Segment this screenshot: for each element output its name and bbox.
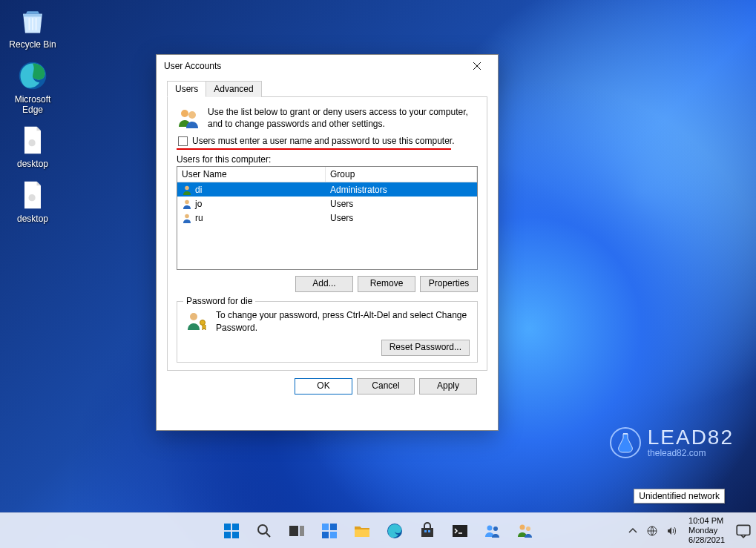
search-button[interactable] [249,516,279,546]
edge-taskbar-button[interactable] [380,516,410,546]
add-button[interactable]: Add... [295,276,353,292]
store-button[interactable] [412,516,442,546]
tray-volume[interactable] [665,524,678,538]
flask-icon [609,426,642,459]
edge-icon [15,58,50,93]
svg-rect-11 [224,532,231,538]
file-icon [15,177,50,213]
edge-icon [386,522,404,540]
checkbox-label: Users must enter a user name and passwor… [192,136,455,146]
terminal-button[interactable] [445,516,475,546]
list-row[interactable]: ru Users [177,211,477,225]
cell-group: Administrators [330,185,387,195]
svg-rect-21 [424,530,427,532]
svg-rect-18 [322,532,329,538]
users-taskbar-button-2[interactable] [510,516,540,546]
dialog-titlebar[interactable]: User Accounts [157,55,498,77]
clock-date: 6/28/2021 [688,535,725,545]
desktop-icon-label: desktop [4,159,61,170]
cell-username: ru [195,213,203,223]
svg-rect-15 [300,526,304,536]
clock-time: 10:04 PM [688,516,725,526]
password-groupbox: Password for die To change your password… [177,301,478,362]
notification-icon [735,523,752,539]
desktop-icon-recycle-bin[interactable]: Recycle Bin [4,3,61,50]
svg-point-27 [526,526,530,531]
svg-point-24 [487,525,492,530]
password-text: To change your password, press Ctrl-Alt-… [216,309,470,333]
users-icon [516,522,534,540]
svg-point-26 [519,524,525,529]
search-icon [255,522,273,540]
properties-button[interactable]: Properties [420,276,478,292]
svg-rect-9 [224,524,231,530]
system-tray: 10:04 PM Monday 6/28/2021 [626,513,752,548]
reset-password-button[interactable]: Reset Password... [381,340,470,356]
column-header-group[interactable]: Group [326,167,477,182]
list-caption: Users for this computer: [177,154,478,165]
taskview-button[interactable] [282,516,312,546]
svg-rect-16 [322,524,329,530]
user-accounts-dialog: User Accounts Users Advanced Use the lis… [156,54,499,431]
users-icon [177,106,200,130]
desktop-icons-area: Recycle Bin Microsoft Edge desktop deskt… [0,0,67,232]
users-taskbar-button-1[interactable] [478,516,507,546]
user-icon [182,199,192,209]
tab-users[interactable]: Users [167,81,206,97]
desktop-icon-file-1[interactable]: desktop [4,122,61,170]
tray-chevron-up[interactable] [626,524,640,538]
svg-point-4 [185,200,189,205]
column-header-user[interactable]: User Name [177,167,326,182]
svg-point-25 [493,526,498,531]
remove-button[interactable]: Remove [358,276,415,292]
apply-button[interactable]: Apply [419,378,477,395]
widgets-button[interactable] [315,516,344,546]
desktop-icon-label: Recycle Bin [4,40,61,50]
ok-button[interactable]: OK [295,378,352,395]
store-icon [418,522,436,540]
user-icon [182,185,192,195]
taskbar-clock[interactable]: 10:04 PM Monday 6/28/2021 [688,516,725,546]
list-row[interactable]: jo Users [177,197,477,211]
clock-day: Monday [688,526,725,535]
watermark-sub: thelead82.com [648,448,734,458]
file-icon [15,122,50,158]
taskview-icon [288,522,306,540]
desktop-icon-edge[interactable]: Microsoft Edge [4,58,61,116]
tray-network[interactable] [645,524,659,538]
taskbar: 10:04 PM Monday 6/28/2021 [0,512,756,548]
require-password-checkbox-row[interactable]: Users must enter a user name and passwor… [178,136,478,146]
svg-point-6 [190,313,197,320]
network-tooltip: Unidentified network [634,489,725,504]
list-row[interactable]: di Administrators [177,182,477,197]
svg-point-13 [258,525,267,534]
explorer-button[interactable] [347,516,377,546]
svg-point-2 [188,111,196,119]
chevron-up-icon [627,525,639,537]
users-listview[interactable]: User Name Group di Administrators jo Use [177,166,478,270]
svg-rect-17 [330,524,337,530]
checkbox-icon[interactable] [178,136,188,146]
list-header: User Name Group [177,167,477,182]
notifications-button[interactable] [735,523,752,539]
dialog-title: User Accounts [164,61,462,71]
tab-advanced[interactable]: Advanced [206,81,261,97]
windows-icon [223,522,240,540]
start-button[interactable] [217,516,246,546]
desktop-icon-label: desktop [4,214,61,225]
desktop-icon-file-2[interactable]: desktop [4,177,61,225]
cell-group: Users [330,199,353,209]
svg-rect-10 [232,524,239,530]
user-icon [182,213,192,223]
volume-icon [665,525,677,537]
cancel-button[interactable]: Cancel [357,378,415,395]
intro-text: Use the list below to grant or deny user… [208,106,478,130]
folder-icon [353,522,371,540]
users-icon [484,522,502,540]
groupbox-legend: Password for die [183,296,255,306]
globe-icon [646,525,658,537]
svg-rect-22 [428,530,430,532]
cell-username: di [195,185,202,195]
widgets-icon [321,522,338,540]
close-button[interactable] [462,56,492,76]
